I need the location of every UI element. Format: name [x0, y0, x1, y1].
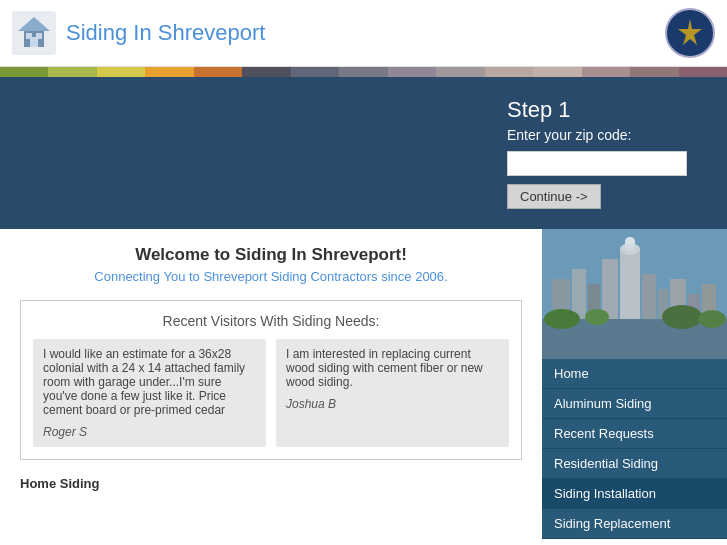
nav-list: HomeAluminum SidingRecent RequestsReside… — [542, 359, 727, 539]
zip-prompt: Enter your zip code: — [507, 127, 707, 143]
visitor-card: I am interested in replacing current woo… — [276, 339, 509, 447]
title-plain: Siding In — [66, 20, 158, 45]
house-icon — [12, 11, 56, 55]
zip-input[interactable] — [507, 151, 687, 176]
visitor-name: Joshua B — [286, 397, 499, 411]
svg-rect-5 — [36, 33, 42, 39]
header-left: Siding In Shreveport — [12, 11, 265, 55]
svg-rect-4 — [26, 33, 32, 39]
color-bar — [0, 67, 727, 77]
continue-button[interactable]: Continue -> — [507, 184, 601, 209]
city-photo — [542, 229, 727, 359]
sidebar-nav-item[interactable]: Recent Requests — [542, 419, 727, 449]
visitors-grid: I would like an estimate for a 36x28 col… — [33, 339, 509, 447]
sidebar-nav-item[interactable]: Siding Installation — [542, 479, 727, 509]
step-box: Step 1 Enter your zip code: Continue -> — [507, 97, 707, 209]
title-accent: Shreveport — [158, 20, 266, 45]
site-title: Siding In Shreveport — [66, 20, 265, 46]
svg-point-24 — [585, 309, 609, 325]
sidebar: HomeAluminum SidingRecent RequestsReside… — [542, 229, 727, 539]
svg-point-25 — [662, 305, 702, 329]
sidebar-nav-item[interactable]: Residential Siding — [542, 449, 727, 479]
city-emblem — [665, 8, 715, 58]
visitor-card: I would like an estimate for a 36x28 col… — [33, 339, 266, 447]
svg-point-26 — [698, 310, 726, 328]
content-area: Welcome to Siding In Shreveport! Connect… — [0, 229, 542, 539]
main-content: Welcome to Siding In Shreveport! Connect… — [0, 229, 727, 539]
svg-point-17 — [625, 237, 635, 245]
visitor-text: I am interested in replacing current woo… — [286, 347, 483, 389]
site-header: Siding In Shreveport — [0, 0, 727, 67]
visitor-name: Roger S — [43, 425, 256, 439]
hero-section: Step 1 Enter your zip code: Continue -> — [0, 77, 727, 229]
sidebar-nav-item[interactable]: Home — [542, 359, 727, 389]
sidebar-nav-item[interactable]: Aluminum Siding — [542, 389, 727, 419]
visitors-box: Recent Visitors With Siding Needs: I wou… — [20, 300, 522, 460]
svg-rect-13 — [602, 259, 618, 319]
visitor-text: I would like an estimate for a 36x28 col… — [43, 347, 245, 417]
sidebar-nav-item[interactable]: Siding Replacement — [542, 509, 727, 539]
svg-point-23 — [544, 309, 580, 329]
step-label: Step 1 — [507, 97, 707, 123]
home-siding-label: Home Siding — [20, 476, 522, 491]
svg-rect-14 — [620, 249, 640, 319]
visitors-title: Recent Visitors With Siding Needs: — [33, 313, 509, 329]
welcome-subtitle: Connecting You to Shreveport Siding Cont… — [20, 269, 522, 284]
svg-rect-11 — [572, 269, 586, 319]
svg-rect-18 — [642, 274, 656, 319]
welcome-title: Welcome to Siding In Shreveport! — [20, 245, 522, 265]
